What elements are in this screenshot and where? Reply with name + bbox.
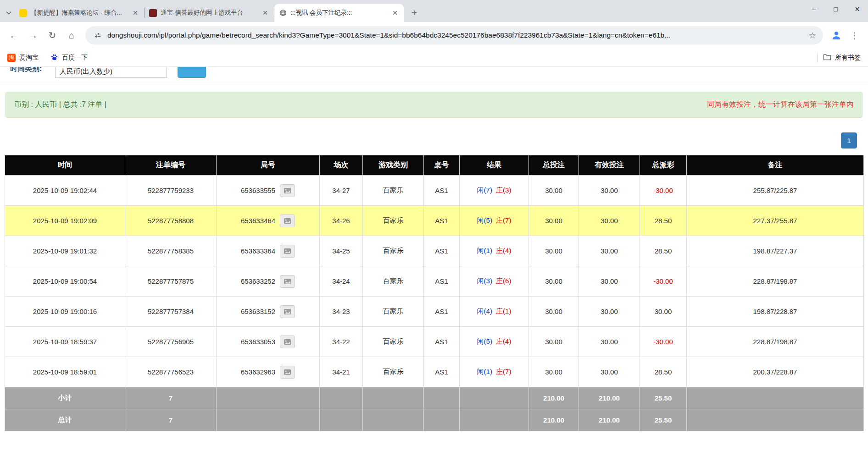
new-tab-button[interactable]: + bbox=[407, 6, 421, 20]
home-button[interactable]: ⌂ bbox=[62, 26, 81, 44]
cell-result: 闲(5) 庄(4) bbox=[460, 327, 529, 357]
cell-bet-id: 522877757384 bbox=[125, 297, 217, 327]
bookmark-star-icon[interactable]: ☆ bbox=[805, 28, 820, 43]
cell-game-type: 百家乐 bbox=[363, 206, 424, 236]
result-banker: 庄(7) bbox=[496, 216, 511, 224]
profile-avatar-icon[interactable] bbox=[828, 27, 845, 44]
cell-total-bet-link[interactable]: 30.00 bbox=[529, 266, 579, 297]
tab-title: :::视讯 会员下注纪录::: bbox=[290, 9, 387, 17]
cell-valid-bet: 30.00 bbox=[579, 357, 640, 387]
total-count: 7 bbox=[125, 409, 217, 431]
round-result-icon[interactable] bbox=[280, 214, 295, 227]
result-banker: 庄(3) bbox=[496, 186, 511, 194]
subtotal-label: 小计 bbox=[5, 387, 125, 409]
summary-text: 币别 : 人民币 | 总共 :7 注单 | bbox=[14, 100, 106, 110]
cell-total-bet-link[interactable]: 30.00 bbox=[529, 357, 579, 387]
header-bet-id: 注单编号 bbox=[125, 155, 217, 176]
page-content: 时间类别: 人民币(出入数少) 币别 : 人民币 | 总共 :7 注单 | 同局… bbox=[0, 67, 868, 451]
result-player: 闲(3) bbox=[477, 277, 492, 285]
cell-note: 227.37/255.87 bbox=[687, 206, 864, 236]
currency-filter-input[interactable]: 人民币(出入数少) bbox=[55, 67, 153, 78]
total-total-bet: 210.00 bbox=[529, 409, 579, 431]
back-button[interactable]: ← bbox=[5, 26, 23, 44]
search-form-clipped: 时间类别: 人民币(出入数少) bbox=[0, 67, 868, 84]
round-number: 653633152 bbox=[241, 308, 275, 315]
table-row: 2025-10-09 19:01:32 522877758385 6536333… bbox=[5, 236, 864, 266]
tab-bet-records-active[interactable]: :::视讯 会员下注纪录::: ✕ bbox=[274, 4, 404, 22]
forward-button[interactable]: → bbox=[24, 26, 42, 44]
cell-round: 653633053 bbox=[217, 327, 320, 357]
tab-tongbao[interactable]: 通宝-信誉最好的网上游戏平台 ✕ bbox=[145, 4, 274, 22]
close-button[interactable]: ✕ bbox=[846, 0, 868, 18]
tab-haiyan-forum[interactable]: 【新提醒】海燕策略论坛 - 综合... ✕ bbox=[15, 4, 144, 22]
round-result-icon[interactable] bbox=[280, 184, 295, 197]
cell-payout: 28.50 bbox=[640, 206, 687, 236]
tab-close-icon[interactable]: ✕ bbox=[261, 9, 269, 17]
cell-session: 34-21 bbox=[320, 357, 363, 387]
summary-bar: 币别 : 人民币 | 总共 :7 注单 | 同局有效投注，统一计算在该局第一张注… bbox=[6, 92, 862, 118]
round-number: 653633555 bbox=[241, 187, 275, 194]
filter-select-box[interactable] bbox=[153, 67, 167, 78]
total-row: 总计 7 210.00 210.00 25.50 bbox=[5, 409, 864, 431]
result-player: 闲(7) bbox=[477, 186, 492, 194]
round-result-icon[interactable] bbox=[280, 336, 295, 348]
cell-total-bet-link[interactable]: 30.00 bbox=[529, 206, 579, 236]
cell-total-bet-link[interactable]: 30.00 bbox=[529, 327, 579, 357]
cell-note: 228.87/198.87 bbox=[687, 327, 864, 357]
cell-round: 653633252 bbox=[217, 266, 320, 297]
cell-payout: 28.50 bbox=[640, 236, 687, 266]
cell-table-no: AS1 bbox=[424, 176, 460, 206]
bookmark-aitaobao[interactable]: 淘 爱淘宝 bbox=[7, 54, 39, 62]
cell-game-type: 百家乐 bbox=[363, 327, 424, 357]
cell-bet-id: 522877758385 bbox=[125, 236, 217, 266]
cell-bet-id: 522877756523 bbox=[125, 357, 217, 387]
tongbao-favicon-icon bbox=[149, 9, 157, 17]
header-round: 局号 bbox=[217, 155, 320, 176]
table-row: 2025-10-09 19:02:09 522877758808 6536334… bbox=[5, 206, 864, 236]
header-total-bet: 总投注 bbox=[529, 155, 579, 176]
cell-result: 闲(1) 庄(4) bbox=[460, 236, 529, 266]
cell-valid-bet: 30.00 bbox=[579, 297, 640, 327]
tab-close-icon[interactable]: ✕ bbox=[391, 9, 399, 17]
round-result-icon[interactable] bbox=[280, 305, 295, 318]
round-number: 653633053 bbox=[241, 338, 275, 346]
table-row: 2025-10-09 19:00:54 522877757875 6536332… bbox=[5, 266, 864, 297]
cell-payout: -30.00 bbox=[640, 266, 687, 297]
all-bookmarks-button[interactable]: 所有书签 bbox=[823, 54, 861, 62]
round-number: 653633252 bbox=[241, 277, 275, 285]
browser-menu-icon[interactable]: ⋮ bbox=[846, 27, 863, 44]
bookmark-baidu[interactable]: 百度一下 bbox=[50, 53, 88, 62]
maximize-button[interactable]: □ bbox=[825, 0, 846, 18]
refresh-button[interactable]: ↻ bbox=[43, 26, 61, 44]
filter-label: 时间类别: bbox=[10, 67, 42, 74]
round-result-icon[interactable] bbox=[280, 275, 295, 288]
search-button[interactable] bbox=[178, 67, 206, 78]
result-player: 闲(4) bbox=[477, 307, 492, 315]
page-1-button[interactable]: 1 bbox=[841, 132, 857, 148]
cell-session: 34-26 bbox=[320, 206, 363, 236]
tab-close-icon[interactable]: ✕ bbox=[131, 9, 139, 17]
cell-game-type: 百家乐 bbox=[363, 176, 424, 206]
cell-table-no: AS1 bbox=[424, 206, 460, 236]
minimize-button[interactable]: – bbox=[803, 0, 825, 18]
cell-time: 2025-10-09 19:00:16 bbox=[5, 297, 125, 327]
total-valid-bet: 210.00 bbox=[579, 409, 640, 431]
header-session: 场次 bbox=[320, 155, 363, 176]
bookmarks-bar: 淘 爱淘宝 百度一下 所有书签 bbox=[0, 49, 868, 67]
bookmarks-divider bbox=[817, 53, 818, 63]
address-bar[interactable]: dongshouji.com/ipl/portal.php/game/betre… bbox=[85, 26, 823, 44]
site-settings-icon[interactable] bbox=[92, 29, 104, 41]
cell-result: 闲(1) 庄(7) bbox=[460, 357, 529, 387]
round-result-icon[interactable] bbox=[280, 366, 295, 379]
round-result-icon[interactable] bbox=[280, 245, 295, 258]
cell-total-bet-link[interactable]: 30.00 bbox=[529, 297, 579, 327]
cell-total-bet-link[interactable]: 30.00 bbox=[529, 236, 579, 266]
cell-round: 653632963 bbox=[217, 357, 320, 387]
tab-list-chevron-icon[interactable] bbox=[3, 4, 15, 22]
cell-game-type: 百家乐 bbox=[363, 236, 424, 266]
cell-time: 2025-10-09 18:59:01 bbox=[5, 357, 125, 387]
cell-table-no: AS1 bbox=[424, 297, 460, 327]
cell-note: 198.87/228.87 bbox=[687, 297, 864, 327]
cell-total-bet-link[interactable]: 30.00 bbox=[529, 176, 579, 206]
cell-bet-id: 522877756905 bbox=[125, 327, 217, 357]
